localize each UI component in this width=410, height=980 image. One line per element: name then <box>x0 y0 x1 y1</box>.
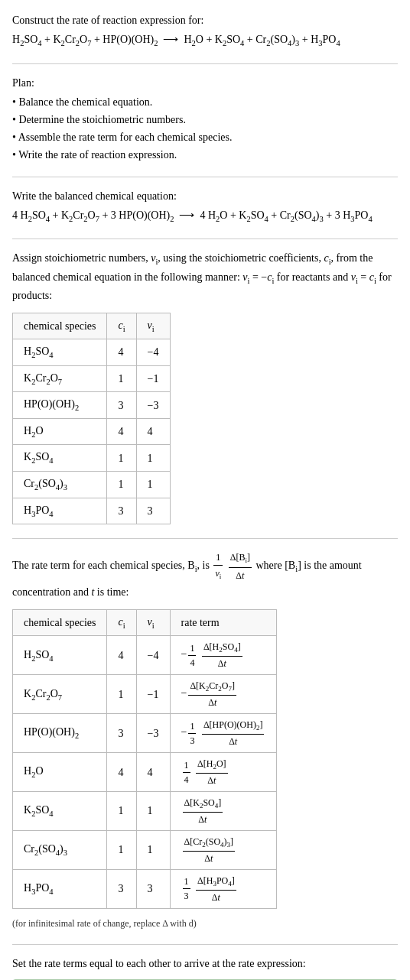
vi-h2o: 4 <box>136 418 170 445</box>
species-cr2so43: Cr2(SO4)3 <box>13 471 107 498</box>
species-h3po4: H3PO4 <box>13 498 107 524</box>
ci-hpoh2: 3 <box>107 392 136 419</box>
rt-ci-h3po4: 3 <box>107 869 136 908</box>
rt-rate-k2cr2o7: −Δ[K2Cr2O7]Δt <box>170 675 277 714</box>
vi-h3po4: 3 <box>136 498 170 524</box>
rt-species-h2o: H2O <box>13 753 107 792</box>
table-row: K2SO4 1 1 <box>13 445 171 472</box>
rt-vi-h2so4: −4 <box>136 636 170 675</box>
vi-cr2so43: 1 <box>136 471 170 498</box>
rt-vi-h2o: 4 <box>136 753 170 792</box>
table-row: HP(O)(OH)2 3 −3 <box>13 392 171 419</box>
rt-col-vi: νi <box>136 609 170 636</box>
table-row: Cr2(SO4)3 1 1 Δ[Cr2(SO4)3]Δt <box>13 830 277 869</box>
stoich-intro: Assign stoichiometric numbers, νi, using… <box>12 250 398 305</box>
stoich-col-species: chemical species <box>13 313 107 339</box>
table-row: H2O 4 4 <box>13 418 171 445</box>
vi-hpoh2: −3 <box>136 392 170 419</box>
table-row: H3PO4 3 3 <box>13 498 171 524</box>
rt-col-species: chemical species <box>13 609 107 636</box>
table-row: H2SO4 4 −4 <box>13 339 171 366</box>
rt-rate-hpoh2: −13 Δ[HP(O)(OH)2]Δt <box>170 714 277 753</box>
table-row: K2SO4 1 1 Δ[K2SO4]Δt <box>13 792 277 831</box>
table-row: H2SO4 4 −4 −14 Δ[H2SO4]Δt <box>13 636 277 675</box>
species-hpoh2: HP(O)(OH)2 <box>13 392 107 419</box>
rt-ci-h2so4: 4 <box>107 636 136 675</box>
rt-rate-h2so4: −14 Δ[H2SO4]Δt <box>170 636 277 675</box>
table-row: H2O 4 4 14 Δ[H2O]Δt <box>13 753 277 792</box>
species-k2so4: K2SO4 <box>13 445 107 472</box>
plan-item-1: • Balance the chemical equation. <box>12 94 398 110</box>
plan-title: Plan: <box>12 75 398 91</box>
stoich-col-vi: νi <box>136 313 170 339</box>
rt-vi-hpoh2: −3 <box>136 714 170 753</box>
construct-label: Construct the rate of reaction expressio… <box>12 12 398 28</box>
rt-rate-h2o: 14 Δ[H2O]Δt <box>170 753 277 792</box>
divider-4 <box>12 538 398 539</box>
species-h2so4: H2SO4 <box>13 339 107 366</box>
rt-ci-k2cr2o7: 1 <box>107 675 136 714</box>
rt-species-k2so4: K2SO4 <box>13 792 107 831</box>
plan-list: • Balance the chemical equation. • Deter… <box>12 94 398 163</box>
answer-section: Set the rate terms equal to each other t… <box>12 956 398 980</box>
species-k2cr2o7: K2Cr2O7 <box>13 365 107 392</box>
rt-vi-k2so4: 1 <box>136 792 170 831</box>
ci-h2o: 4 <box>107 418 136 445</box>
ci-k2so4: 1 <box>107 445 136 472</box>
rt-species-h3po4: H3PO4 <box>13 869 107 908</box>
rt-species-h2so4: H2SO4 <box>13 636 107 675</box>
balanced-label: Write the balanced chemical equation: <box>12 188 398 204</box>
divider-3 <box>12 239 398 239</box>
plan-item-3: • Assemble the rate term for each chemic… <box>12 129 398 145</box>
ci-h2so4: 4 <box>107 339 136 366</box>
rt-ci-cr2so43: 1 <box>107 830 136 869</box>
species-h2o: H2O <box>13 418 107 445</box>
divider-5 <box>12 944 398 945</box>
plan-item-2: • Determine the stoichiometric numbers. <box>12 112 398 128</box>
rate-term-footnote: (for infinitesimal rate of change, repla… <box>12 917 398 930</box>
vi-k2so4: 1 <box>136 445 170 472</box>
rate-term-section: The rate term for each chemical species,… <box>12 550 398 930</box>
table-row: H3PO4 3 3 13 Δ[H3PO4]Δt <box>13 869 277 908</box>
rt-species-cr2so43: Cr2(SO4)3 <box>13 830 107 869</box>
rt-species-hpoh2: HP(O)(OH)2 <box>13 714 107 753</box>
rt-vi-h3po4: 3 <box>136 869 170 908</box>
balanced-section: Write the balanced chemical equation: 4 … <box>12 188 398 226</box>
divider-2 <box>12 177 398 177</box>
rate-term-frac: 1 νi <box>213 550 223 583</box>
ci-k2cr2o7: 1 <box>107 365 136 392</box>
vi-h2so4: −4 <box>136 339 170 366</box>
rate-term-table: chemical species ci νi rate term H2SO4 4… <box>12 609 277 909</box>
rt-ci-h2o: 4 <box>107 753 136 792</box>
set-rate-text: Set the rate terms equal to each other t… <box>12 956 398 972</box>
unbalanced-reaction: H2SO4 + K2Cr2O7 + HP(O)(OH)2 ⟶ H2O + K2S… <box>12 31 398 50</box>
rt-ci-hpoh2: 3 <box>107 714 136 753</box>
table-row: K2Cr2O7 1 −1 <box>13 365 171 392</box>
ci-h3po4: 3 <box>107 498 136 524</box>
rt-species-k2cr2o7: K2Cr2O7 <box>13 675 107 714</box>
stoich-section: Assign stoichiometric numbers, νi, using… <box>12 250 398 524</box>
rt-ci-k2so4: 1 <box>107 792 136 831</box>
rt-vi-k2cr2o7: −1 <box>136 675 170 714</box>
rt-rate-cr2so43: Δ[Cr2(SO4)3]Δt <box>170 830 277 869</box>
rt-col-ci: ci <box>107 609 136 636</box>
header-section: Construct the rate of reaction expressio… <box>12 12 398 50</box>
stoich-table: chemical species ci νi H2SO4 4 −4 K2Cr2O… <box>12 313 171 524</box>
table-row: Cr2(SO4)3 1 1 <box>13 471 171 498</box>
plan-item-4: • Write the rate of reaction expression. <box>12 147 398 163</box>
rt-rate-k2so4: Δ[K2SO4]Δt <box>170 792 277 831</box>
table-row: K2Cr2O7 1 −1 −Δ[K2Cr2O7]Δt <box>13 675 277 714</box>
balanced-equation: 4 H2SO4 + K2Cr2O7 + 3 HP(O)(OH)2 ⟶ 4 H2O… <box>12 207 398 226</box>
stoich-col-ci: ci <box>107 313 136 339</box>
vi-k2cr2o7: −1 <box>136 365 170 392</box>
divider-1 <box>12 63 398 64</box>
rate-delta-frac: Δ[Bi] Δt <box>229 550 252 583</box>
rate-term-intro: The rate term for each chemical species,… <box>12 550 398 602</box>
plan-section: Plan: • Balance the chemical equation. •… <box>12 75 398 163</box>
rt-col-rate: rate term <box>170 609 277 636</box>
table-row: HP(O)(OH)2 3 −3 −13 Δ[HP(O)(OH)2]Δt <box>13 714 277 753</box>
rt-vi-cr2so43: 1 <box>136 830 170 869</box>
rt-rate-h3po4: 13 Δ[H3PO4]Δt <box>170 869 277 908</box>
ci-cr2so43: 1 <box>107 471 136 498</box>
